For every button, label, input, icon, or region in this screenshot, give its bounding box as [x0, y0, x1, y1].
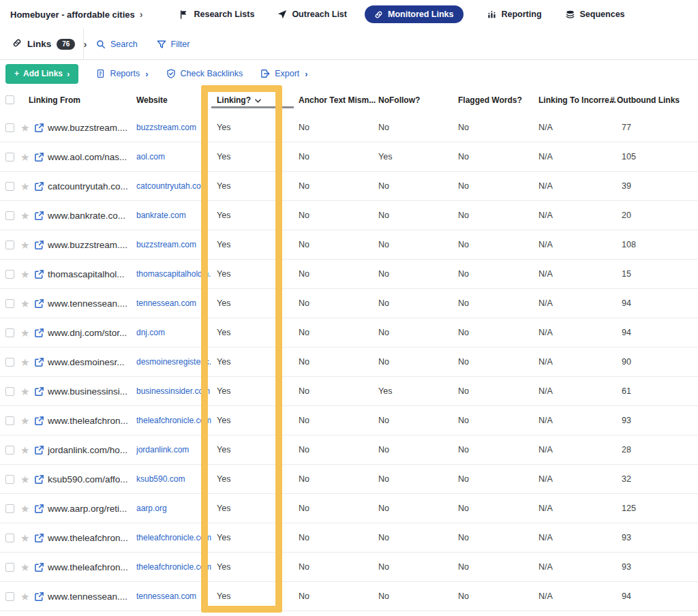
- reports-button[interactable]: Reports ›: [96, 69, 148, 79]
- website-link[interactable]: jordanlink.com: [136, 445, 189, 455]
- star-icon[interactable]: ★: [20, 416, 34, 426]
- star-icon[interactable]: ★: [20, 328, 34, 338]
- external-link-icon[interactable]: [34, 298, 48, 309]
- star-icon[interactable]: ★: [20, 445, 34, 455]
- linking-from-cell[interactable]: www.theleafchron...: [48, 533, 136, 543]
- column-header-flagged-words[interactable]: Flagged Words?: [458, 95, 522, 105]
- star-icon[interactable]: ★: [20, 533, 34, 543]
- external-link-icon[interactable]: [34, 357, 48, 367]
- external-link-icon[interactable]: [34, 240, 48, 250]
- linking-from-cell[interactable]: www.dnj.com/stor...: [48, 328, 136, 338]
- column-header-linking-from[interactable]: Linking From: [29, 95, 80, 105]
- external-link-icon[interactable]: [34, 269, 48, 279]
- external-link-icon[interactable]: [34, 416, 48, 426]
- external-link-icon[interactable]: [34, 152, 48, 162]
- external-link-icon[interactable]: [34, 504, 48, 514]
- star-icon[interactable]: ★: [20, 152, 34, 162]
- star-icon[interactable]: ★: [20, 591, 34, 602]
- website-link[interactable]: desmoinesregister.c.: [136, 357, 211, 367]
- external-link-icon[interactable]: [34, 562, 48, 572]
- linking-from-cell[interactable]: www.aarp.org/reti...: [48, 504, 136, 514]
- row-checkbox[interactable]: [5, 328, 14, 337]
- column-header-website[interactable]: Website: [136, 95, 168, 105]
- website-link[interactable]: theleafchronicle.com: [136, 533, 211, 542]
- breadcrumb[interactable]: Homebuyer - affordable cities ›: [10, 9, 142, 20]
- linking-from-cell[interactable]: www.theleafchron...: [48, 562, 136, 572]
- star-icon[interactable]: ★: [20, 240, 34, 250]
- nav-item-reporting[interactable]: Reporting: [487, 10, 542, 19]
- column-header-linking-to-incorrect[interactable]: Linking To Incorre...: [538, 95, 616, 105]
- website-link[interactable]: tennessean.com: [136, 298, 196, 308]
- row-checkbox[interactable]: [5, 504, 14, 513]
- star-icon[interactable]: ★: [20, 474, 34, 484]
- linking-from-cell[interactable]: www.desmoinesr...: [48, 357, 136, 367]
- nav-item-monitored-links[interactable]: Monitored Links: [365, 5, 464, 23]
- external-link-icon[interactable]: [34, 533, 48, 543]
- star-icon[interactable]: ★: [20, 181, 34, 191]
- external-link-icon[interactable]: [34, 474, 48, 484]
- website-link[interactable]: thomascapitalholdin.: [136, 269, 211, 279]
- column-header-nofollow[interactable]: NoFollow?: [378, 95, 420, 105]
- row-checkbox[interactable]: [5, 211, 14, 220]
- row-checkbox[interactable]: [5, 358, 14, 367]
- search-button[interactable]: Search: [96, 40, 138, 49]
- external-link-icon[interactable]: [34, 386, 48, 397]
- row-checkbox[interactable]: [5, 475, 14, 484]
- nav-item-sequences[interactable]: Sequences: [565, 10, 625, 19]
- row-checkbox[interactable]: [5, 592, 14, 601]
- linking-from-cell[interactable]: catcountryutah.co...: [48, 181, 136, 191]
- website-link[interactable]: buzzstream.com: [136, 123, 196, 132]
- row-checkbox[interactable]: [5, 563, 14, 572]
- external-link-icon[interactable]: [34, 123, 48, 133]
- website-link[interactable]: aol.com: [136, 152, 165, 161]
- star-icon[interactable]: ★: [20, 562, 34, 572]
- star-icon[interactable]: ★: [20, 123, 34, 133]
- row-checkbox[interactable]: [5, 299, 14, 308]
- linking-from-cell[interactable]: www.bankrate.co...: [48, 211, 136, 221]
- row-checkbox[interactable]: [5, 534, 14, 542]
- row-checkbox[interactable]: [5, 153, 14, 161]
- linking-from-cell[interactable]: www.theleafchron...: [48, 416, 136, 426]
- row-checkbox[interactable]: [5, 123, 14, 132]
- filter-button[interactable]: Filter: [157, 40, 190, 49]
- external-link-icon[interactable]: [34, 328, 48, 338]
- external-link-icon[interactable]: [34, 591, 48, 602]
- external-link-icon[interactable]: [34, 211, 48, 221]
- star-icon[interactable]: ★: [20, 211, 34, 221]
- row-checkbox[interactable]: [5, 387, 14, 396]
- linking-from-cell[interactable]: thomascapitalhol...: [48, 269, 136, 279]
- website-link[interactable]: businessinsider.com: [136, 386, 210, 396]
- column-header-outbound-links[interactable]: # Outbound Links: [610, 95, 680, 105]
- star-icon[interactable]: ★: [20, 504, 34, 514]
- linking-from-cell[interactable]: www.buzzstream....: [48, 240, 136, 250]
- linking-from-cell[interactable]: www.businessinsi...: [48, 386, 136, 397]
- nav-item-outreach-list[interactable]: Outreach List: [277, 10, 347, 19]
- website-link[interactable]: bankrate.com: [136, 211, 186, 220]
- row-checkbox[interactable]: [5, 446, 14, 455]
- linking-from-cell[interactable]: www.tennessean....: [48, 298, 136, 309]
- website-link[interactable]: buzzstream.com: [136, 240, 196, 249]
- star-icon[interactable]: ★: [20, 269, 34, 279]
- column-header-linking[interactable]: Linking?: [217, 95, 261, 105]
- star-icon[interactable]: ★: [20, 386, 34, 397]
- export-button[interactable]: Export ›: [260, 69, 307, 79]
- website-link[interactable]: theleafchronicle.com: [136, 562, 211, 572]
- linking-from-cell[interactable]: www.aol.com/nas...: [48, 152, 136, 162]
- links-selector[interactable]: Links 76 ›: [0, 29, 84, 59]
- star-icon[interactable]: ★: [20, 357, 34, 367]
- website-link[interactable]: theleafchronicle.com: [136, 416, 211, 425]
- website-link[interactable]: tennessean.com: [136, 591, 196, 601]
- check-backlinks-button[interactable]: Check Backlinks: [166, 69, 243, 78]
- row-checkbox[interactable]: [5, 416, 14, 425]
- select-all-checkbox[interactable]: [5, 95, 14, 104]
- star-icon[interactable]: ★: [20, 298, 34, 309]
- column-header-anchor-text-mismatch[interactable]: Anchor Text Mism...: [299, 95, 376, 105]
- linking-from-cell[interactable]: jordanlink.com/ho...: [48, 445, 136, 455]
- linking-from-cell[interactable]: ksub590.com/affo...: [48, 474, 136, 484]
- website-link[interactable]: catcountryutah.com: [136, 181, 208, 191]
- row-checkbox[interactable]: [5, 182, 14, 191]
- external-link-icon[interactable]: [34, 445, 48, 455]
- external-link-icon[interactable]: [34, 181, 48, 191]
- linking-from-cell[interactable]: www.tennessean....: [48, 591, 136, 602]
- website-link[interactable]: dnj.com: [136, 328, 165, 337]
